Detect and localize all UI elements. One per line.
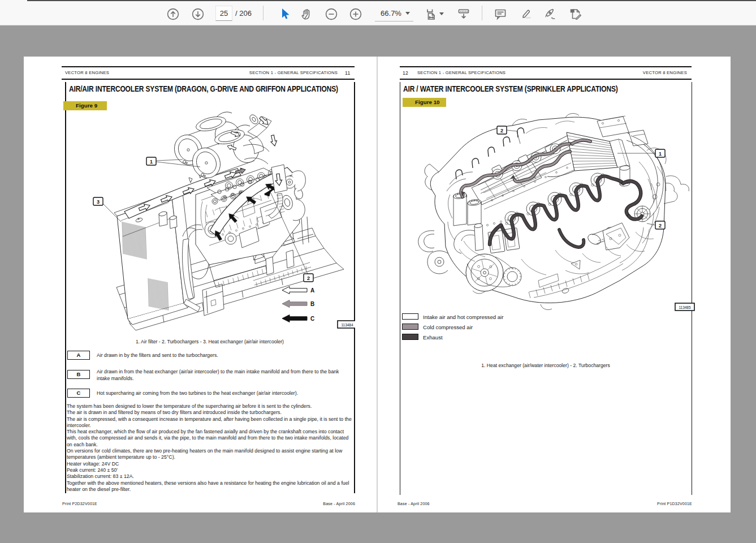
- body-line: The system has been designed to lower th…: [67, 403, 352, 409]
- header-brand: VECTOR 8 ENGINES: [643, 70, 687, 75]
- body-line: temperatures (ambient temperature up to …: [67, 454, 352, 460]
- previous-page-icon[interactable]: [166, 7, 180, 21]
- hand-tool-icon[interactable]: [300, 7, 313, 21]
- page-title: AIR / WATER INTERCOOLER SYSTEM (SPRINKLE…: [403, 84, 618, 93]
- callout-number: 2: [307, 275, 310, 281]
- callout-number: 1: [659, 151, 662, 157]
- comment-icon[interactable]: [494, 7, 507, 21]
- figure-label: Figure 9: [63, 101, 107, 110]
- legend-text-a: Air drawn in by the filters and sent to …: [97, 352, 367, 359]
- figure9-caption: 1. Air filter - 2. Turbochargers - 3. He…: [80, 338, 340, 344]
- flow-arrow-label: C: [310, 316, 314, 322]
- body-line: The air is drawn in and filtered by mean…: [67, 409, 352, 415]
- select-tool-icon[interactable]: [278, 7, 292, 21]
- scrolling-mode-icon[interactable]: [457, 7, 470, 21]
- header-rule-bottom: [400, 79, 692, 80]
- toolbar-separator: [263, 6, 263, 20]
- header-rule-top: [400, 66, 692, 67]
- body-line: Heater voltage: 24V DC: [67, 460, 352, 467]
- zoom-dropdown-caret[interactable]: [405, 12, 410, 15]
- body-line: on each bank.: [67, 441, 352, 447]
- body-line: This heat exchanger, which the flow of a…: [67, 428, 352, 434]
- header-brand: VECTOR 8 ENGINES: [65, 70, 109, 75]
- toolbar-separator: [482, 6, 482, 20]
- legend-text-b: Air drawn in from the heat exchanger (ai…: [97, 368, 351, 381]
- highlight-icon[interactable]: [519, 7, 532, 21]
- body-line: Peak current: 240 ± 50': [67, 467, 352, 473]
- legend-key-a: A: [67, 351, 90, 360]
- body-line: The air is compressed, with a consequent…: [67, 416, 352, 422]
- figure9-drawing: 132ABC113484: [67, 111, 355, 331]
- footer-print-code: Print P1D32V001E: [657, 502, 692, 506]
- figure-code: 113485: [679, 305, 691, 309]
- figure-code: 113484: [341, 323, 353, 327]
- fill-and-sign-icon[interactable]: [569, 7, 582, 21]
- legend-label-cold: Cold compressed air: [423, 324, 473, 330]
- document-viewport[interactable]: VECTOR 8 ENGINES SECTION 1 - GENERAL SPE…: [0, 26, 756, 543]
- footer-edition: Base - April 2006: [323, 502, 355, 506]
- footer-edition: Base - April 2006: [398, 502, 430, 506]
- window-top-border: [27, 0, 756, 1]
- legend-text-c: Hot supercharing air coming from the two…: [97, 390, 367, 397]
- next-page-icon[interactable]: [191, 7, 205, 21]
- body-text: The system has been designed to lower th…: [67, 403, 352, 492]
- legend-label-intake: Intake air and hot compressed air: [423, 314, 503, 320]
- zoom-in-icon[interactable]: [349, 7, 362, 21]
- flow-arrow-label: B: [310, 301, 314, 307]
- sign-icon[interactable]: [543, 7, 557, 21]
- body-line: Together with the above mentioned heater…: [67, 480, 352, 486]
- header-page-number: 11: [345, 70, 350, 76]
- flow-arrow-label: A: [310, 287, 314, 294]
- page-fit-dropdown-caret[interactable]: [439, 12, 444, 15]
- callout-number: 2: [500, 128, 503, 133]
- header-page-number: 12: [403, 70, 408, 76]
- figure10-drawing: 212113485: [396, 111, 729, 314]
- header-rule-top: [62, 66, 355, 67]
- pdf-toolbar: / 206 66.7%: [0, 0, 756, 25]
- body-line: intercooler.: [67, 422, 352, 428]
- zoom-level-value[interactable]: 66.7%: [375, 6, 407, 21]
- footer-print-code: Print P2D32V001E: [62, 502, 97, 506]
- page-fit-icon[interactable]: [425, 7, 439, 21]
- body-line: with, cools the compressed air and sends…: [67, 434, 352, 441]
- page-count-label: / 206: [235, 6, 252, 21]
- figure-label: Figure 10: [403, 98, 446, 107]
- figure10-caption: 1. Heat exchanger (air/water intercooler…: [414, 362, 677, 368]
- acrobat-window: / 206 66.7%: [0, 0, 756, 543]
- zoom-out-icon[interactable]: [325, 7, 338, 21]
- legend-label-exhaust: Exhaust: [423, 334, 443, 341]
- body-line: heater on the diesel pre-filter.: [67, 486, 352, 492]
- legend-swatch-cold: [402, 324, 418, 330]
- legend-key-b: B: [67, 370, 90, 379]
- header-section: SECTION 1 - GENERAL SPECIFICATIONS: [417, 70, 506, 75]
- page-title: AIR/AIR INTERCOOLER SYSTEM (DRAGON, G-DR…: [69, 84, 338, 93]
- callout-number: 2: [659, 223, 662, 229]
- header-section: SECTION 1 - GENERAL SPECIFICATIONS: [249, 70, 338, 75]
- legend-key-c: C: [67, 389, 90, 398]
- page-right: 12 SECTION 1 - GENERAL SPECIFICATIONS VE…: [378, 57, 731, 512]
- body-line: On versions for cold climates, there are…: [67, 447, 352, 454]
- legend-swatch-exhaust: [402, 334, 418, 340]
- body-line: Stabilization current: 83 ± 12A.: [67, 473, 352, 479]
- revision-bar-left: [65, 82, 66, 493]
- callout-number: 1: [150, 159, 153, 165]
- header-rule-bottom: [62, 79, 355, 80]
- two-page-spread: VECTOR 8 ENGINES SECTION 1 - GENERAL SPE…: [24, 57, 731, 512]
- zoom-underline: [375, 21, 413, 21]
- page-left: VECTOR 8 ENGINES SECTION 1 - GENERAL SPE…: [24, 57, 377, 512]
- legend-swatch-intake: [402, 313, 418, 320]
- callout-number: 3: [97, 199, 100, 205]
- page-number-input[interactable]: [215, 6, 232, 21]
